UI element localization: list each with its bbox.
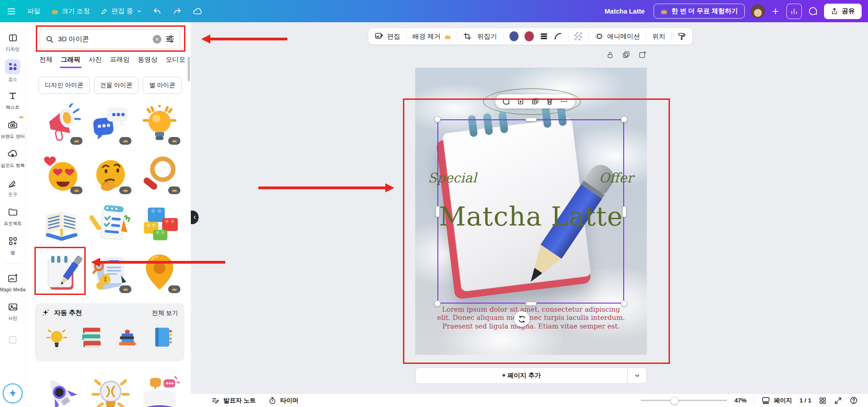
chip-star-icons[interactable]: 별 아이콘 xyxy=(143,77,182,94)
design-body-text[interactable]: Lorem ipsum dolor sit amet, consectetur … xyxy=(436,305,626,330)
background-remove-button[interactable]: 배경 제거 xyxy=(412,32,451,41)
chip-building-icons[interactable]: 건물 아이콘 xyxy=(94,77,139,94)
tab-frames[interactable]: 프레임 xyxy=(110,55,130,64)
result-checklist[interactable] xyxy=(88,201,133,245)
result-sketch-bulb[interactable] xyxy=(88,374,133,407)
fullscreen-button[interactable] xyxy=(834,397,842,405)
sidebar-item-brand-center[interactable]: 브랜드 센터 xyxy=(0,116,25,142)
tab-audio[interactable]: 오디오 xyxy=(166,55,186,64)
pages-view-button[interactable]: 페이지 xyxy=(761,396,792,405)
grid-view-button[interactable] xyxy=(819,397,827,405)
thumb-lightbulb[interactable] xyxy=(41,323,72,353)
add-member-button[interactable] xyxy=(771,7,780,16)
transparency-button[interactable] xyxy=(574,32,582,40)
result-lightbulb[interactable] xyxy=(137,103,182,146)
divider xyxy=(754,397,754,405)
selection-handle-top[interactable] xyxy=(525,118,537,122)
color-swatch-red[interactable] xyxy=(524,31,533,41)
share-button[interactable]: 공유 xyxy=(824,4,862,19)
selection-handle-top-left[interactable] xyxy=(434,116,441,123)
selection-handle-right[interactable] xyxy=(622,206,626,217)
help-button[interactable] xyxy=(849,396,858,405)
search-bar[interactable] xyxy=(39,29,180,49)
editing-mode-menu[interactable]: 편집 중 xyxy=(101,7,142,15)
avatar[interactable] xyxy=(751,5,765,18)
selection-handle-left[interactable] xyxy=(436,206,440,217)
result-finance-docs[interactable] xyxy=(88,251,133,294)
flip-button[interactable]: 뒤집기 xyxy=(477,32,497,41)
sidebar-item-uploads[interactable]: 업로드 항목 xyxy=(0,145,25,171)
add-page-dropdown[interactable] xyxy=(627,368,646,383)
selection-handle-bottom-left[interactable] xyxy=(434,300,441,307)
sidebar-item-design[interactable]: 디자인 xyxy=(0,29,25,55)
clear-search-button[interactable] xyxy=(153,35,161,44)
tab-photos[interactable]: 사진 xyxy=(89,55,102,64)
crop-button[interactable] xyxy=(463,32,471,40)
design-page[interactable]: Special Offer Matcha Latte Lorem ipsum d… xyxy=(415,68,647,355)
sidebar-item-photos[interactable]: 사진 xyxy=(0,298,25,324)
chip-design-icons[interactable]: 디자인 아이콘 xyxy=(39,77,90,94)
comment-button[interactable] xyxy=(502,98,510,105)
duplicate-button[interactable] xyxy=(531,98,539,105)
add-page-icon-button[interactable] xyxy=(638,50,647,59)
tab-graphics[interactable]: 그래픽 xyxy=(61,55,81,64)
stroke-weight-button[interactable] xyxy=(540,32,548,40)
rotate-handle[interactable] xyxy=(514,311,529,327)
presenter-notes-button[interactable]: 발표자 노트 xyxy=(212,397,256,405)
selection-handle-bottom[interactable] xyxy=(525,302,537,306)
divider xyxy=(568,31,568,41)
result-lego-blocks[interactable] xyxy=(137,201,182,245)
redo-button[interactable] xyxy=(173,7,182,16)
resize-menu[interactable]: 크기 조정 xyxy=(51,7,90,15)
result-open-book[interactable] xyxy=(39,201,84,245)
panel-scrollbar[interactable] xyxy=(188,57,190,81)
zoom-slider[interactable] xyxy=(641,400,727,401)
position-button[interactable]: 위치 xyxy=(652,32,665,41)
free-trial-button[interactable]: 한 번 더 무료 체험하기 xyxy=(654,4,745,19)
zoom-slider-knob[interactable] xyxy=(670,397,679,405)
result-dictionary-book[interactable] xyxy=(137,374,182,407)
duplicate-page-button[interactable] xyxy=(622,50,630,59)
result-thinking-emoji[interactable] xyxy=(88,152,133,196)
tab-all[interactable]: 전체 xyxy=(39,55,53,64)
copy-style-button[interactable] xyxy=(678,32,686,41)
comments-button[interactable] xyxy=(808,6,818,16)
sidebar-item-tools[interactable]: 도구 xyxy=(0,174,25,200)
result-megaphone[interactable] xyxy=(39,103,84,146)
sidebar-item-apps[interactable]: 앱 xyxy=(0,232,25,258)
sidebar-item-magic-media[interactable]: Magic Media xyxy=(0,269,25,295)
curve-button[interactable] xyxy=(554,32,562,40)
menu-icon[interactable] xyxy=(6,6,16,16)
file-menu[interactable]: 파일 xyxy=(27,7,40,15)
result-rocket[interactable] xyxy=(39,374,84,407)
canva-assistant-button[interactable] xyxy=(3,383,23,403)
edit-image-button[interactable]: 편집 xyxy=(374,32,400,41)
thumb-red-book-stack[interactable] xyxy=(77,323,107,353)
sidebar-item-projects[interactable]: 프로젝트 xyxy=(0,203,25,229)
color-swatch-blue[interactable] xyxy=(509,31,519,41)
sidebar-item-text[interactable]: 텍스트 xyxy=(0,87,25,113)
result-notepad-pencil[interactable] xyxy=(39,251,84,294)
timer-button[interactable]: 타이머 xyxy=(268,397,299,405)
more-options-button[interactable] xyxy=(560,98,568,105)
result-magnifier[interactable] xyxy=(137,152,182,196)
selection-handle-top-right[interactable] xyxy=(621,116,627,123)
result-location-pin[interactable] xyxy=(137,251,182,294)
animate-button[interactable]: 애니메이션 xyxy=(595,32,640,41)
thumb-small-book-stack[interactable] xyxy=(112,323,143,353)
lock-page-button[interactable] xyxy=(606,50,614,59)
selection-handle-bottom-right[interactable] xyxy=(621,300,627,307)
see-all-link[interactable]: 전체 보기 xyxy=(152,309,178,317)
result-heart-eyes-emoji[interactable] xyxy=(39,152,84,196)
tab-videos[interactable]: 동영상 xyxy=(138,55,158,64)
search-input[interactable] xyxy=(58,35,149,43)
sidebar-item-elements[interactable]: 요소 xyxy=(0,58,25,84)
undo-button[interactable] xyxy=(153,7,162,16)
insights-button[interactable] xyxy=(786,4,802,19)
delete-button[interactable] xyxy=(546,98,553,105)
thumb-blue-book[interactable] xyxy=(147,323,178,353)
add-page-button[interactable]: + 페이지 추가 xyxy=(415,368,647,384)
lock-button[interactable] xyxy=(517,98,524,105)
filter-button[interactable] xyxy=(165,34,175,44)
result-chat-bubbles[interactable] xyxy=(88,103,133,146)
